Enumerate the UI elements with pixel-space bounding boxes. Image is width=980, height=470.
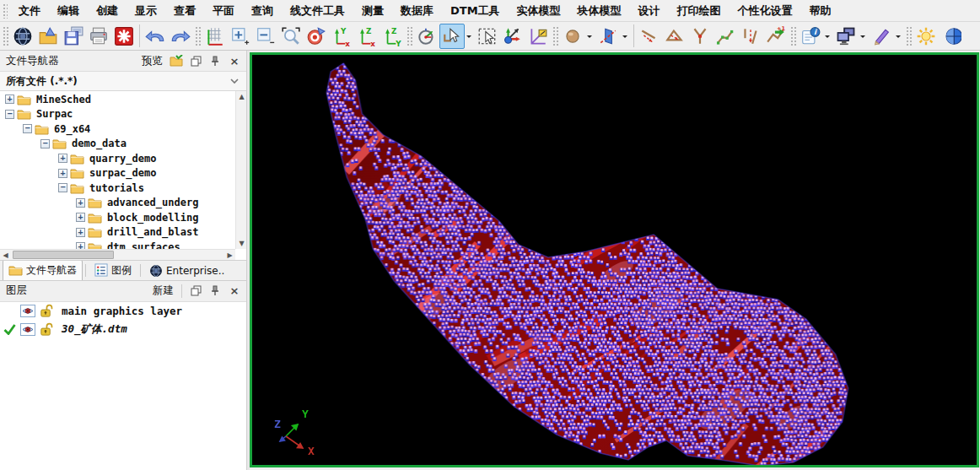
reset-graphics-button[interactable]: [111, 24, 137, 49]
layer-lock-icon[interactable]: [39, 322, 53, 337]
layer-active-check-icon[interactable]: [3, 324, 17, 335]
string-move-segment-button[interactable]: [662, 24, 687, 49]
edit-tool-button[interactable]: [869, 24, 894, 49]
tab-enterprise[interactable]: Enterprise..: [143, 261, 230, 280]
string-swap-button[interactable]: [738, 24, 763, 49]
open-file-button[interactable]: [35, 24, 61, 49]
shading-sphere-button[interactable]: [939, 24, 964, 49]
section-zx-view-button[interactable]: Zx: [354, 24, 380, 49]
tree-row-demo-data[interactable]: −demo_data: [0, 137, 235, 152]
slice-plane-button-dropdown[interactable]: [622, 35, 627, 41]
file-filter-row[interactable]: 所有文件 (.*.*): [0, 72, 246, 91]
select-mode-button-dropdown[interactable]: [466, 35, 471, 41]
tree-row-dtm-surfaces[interactable]: +dtm_surfaces: [0, 240, 235, 249]
print-button[interactable]: [86, 24, 111, 49]
select-mode-button[interactable]: [439, 24, 465, 49]
collapse-toggle[interactable]: −: [40, 139, 50, 149]
new-layer-button[interactable]: 新建: [151, 284, 175, 298]
tab-legend[interactable]: 图例: [89, 260, 137, 280]
tree-row-tutorials[interactable]: −tutorials: [0, 181, 235, 196]
view-plane-button[interactable]: [525, 24, 551, 49]
menu-item-13[interactable]: 块体模型: [569, 1, 630, 21]
scroll-up-arrow[interactable]: ▲: [236, 91, 246, 102]
edit-tool-button-dropdown[interactable]: [896, 35, 901, 41]
redo-button[interactable]: [168, 24, 193, 49]
menu-item-12[interactable]: 实体模型: [509, 1, 569, 21]
pin-layers-button[interactable]: [207, 284, 223, 299]
layer-row[interactable]: 30_矿体.dtm: [0, 321, 246, 339]
menu-item-14[interactable]: 设计: [630, 1, 669, 21]
tree-row-drill-and-blast[interactable]: +drill_and_blast: [0, 225, 235, 240]
tree-row-surpac-demo[interactable]: +surpac_demo: [0, 166, 235, 181]
render-sphere-button-dropdown[interactable]: [587, 35, 592, 41]
float-layers-button[interactable]: [188, 284, 203, 299]
collapse-toggle[interactable]: −: [23, 124, 32, 133]
expand-toggle[interactable]: +: [58, 169, 67, 178]
string-renumber-button[interactable]: +1: [763, 24, 789, 49]
display-settings-button-dropdown[interactable]: [860, 35, 865, 41]
collapse-toggle[interactable]: −: [58, 183, 67, 192]
orbit-rotate-button[interactable]: [414, 24, 439, 49]
menu-item-9[interactable]: 测量: [353, 1, 392, 21]
expand-toggle[interactable]: +: [76, 242, 85, 248]
render-sphere-button[interactable]: [560, 24, 585, 49]
tree-row-block-modelling[interactable]: +block_modelling: [0, 210, 235, 225]
expand-toggle[interactable]: +: [76, 213, 85, 222]
layer-visibility-eye-icon[interactable]: [20, 305, 35, 317]
brightness-button[interactable]: [913, 24, 939, 49]
zoom-out-button[interactable]: [253, 24, 278, 49]
menu-item-4[interactable]: 显示: [127, 1, 165, 21]
section-zy-view-button[interactable]: ZY: [380, 24, 405, 49]
display-settings-button[interactable]: [833, 24, 859, 49]
toolbar-grip[interactable]: [195, 26, 201, 46]
tree-row-surpac[interactable]: −Surpac: [0, 107, 235, 122]
menubar-grip[interactable]: [3, 3, 8, 19]
save-button[interactable]: [61, 24, 86, 49]
tree-row-advanced-underg[interactable]: +advanced_underg: [0, 196, 235, 211]
menu-item-6[interactable]: 平面: [204, 1, 243, 21]
tab-file-navigator[interactable]: 文件导航器: [3, 260, 83, 280]
menu-item-3[interactable]: 创建: [88, 1, 127, 21]
expand-toggle[interactable]: +: [76, 198, 85, 208]
string-copy-segment-button[interactable]: [637, 24, 662, 49]
properties-button-dropdown[interactable]: [825, 35, 830, 41]
preview-folder-icon[interactable]: [169, 53, 184, 68]
toolbar-grip[interactable]: [906, 26, 912, 46]
string-point-edit-button[interactable]: [713, 24, 738, 49]
menu-item-8[interactable]: 线文件工具: [282, 1, 353, 21]
close-panel-button[interactable]: ×: [227, 53, 242, 68]
string-break-button[interactable]: [687, 24, 713, 49]
pin-panel-button[interactable]: [207, 53, 223, 68]
tree-row-69-x64[interactable]: −69_x64: [0, 122, 235, 137]
box-select-button[interactable]: [475, 24, 500, 49]
zoom-data-extents-button[interactable]: [202, 24, 228, 49]
scroll-right-arrow[interactable]: ▶: [224, 250, 235, 261]
tree-row-quarry-demo[interactable]: +quarry_demo: [0, 151, 235, 166]
dtm-model-canvas[interactable]: [252, 55, 977, 465]
tree-row-minesched[interactable]: +MineSched: [0, 92, 235, 107]
zoom-in-button[interactable]: [228, 24, 253, 49]
menu-item-11[interactable]: DTM工具: [442, 1, 509, 21]
zoom-window-button[interactable]: [278, 24, 304, 49]
menu-item-7[interactable]: 查询: [243, 1, 282, 21]
plan-view-button[interactable]: Yx: [329, 24, 354, 49]
layer-row[interactable]: main graphics layer: [0, 302, 246, 321]
toolbar-grip[interactable]: [407, 26, 412, 46]
menu-item-16[interactable]: 个性化设置: [730, 1, 801, 21]
undo-button[interactable]: [143, 24, 168, 49]
tree-horizontal-scrollbar[interactable]: ◀ ▶: [0, 249, 235, 260]
preview-toggle[interactable]: 预览: [140, 54, 164, 68]
menu-item-1[interactable]: 文件: [10, 1, 49, 21]
properties-button[interactable]: i: [798, 24, 823, 49]
pan-3d-button[interactable]: [500, 24, 525, 49]
horizontal-scroll-thumb[interactable]: [13, 251, 114, 259]
scroll-left-arrow[interactable]: ◀: [0, 250, 11, 261]
float-panel-button[interactable]: [188, 53, 203, 68]
menu-item-17[interactable]: 帮助: [801, 1, 840, 21]
surpac-globe-button[interactable]: [10, 24, 35, 49]
toolbar-grip[interactable]: [790, 26, 796, 46]
expand-toggle[interactable]: +: [5, 95, 14, 104]
menu-item-5[interactable]: 查看: [165, 1, 204, 21]
close-layers-button[interactable]: ×: [227, 284, 242, 299]
slice-plane-button[interactable]: [595, 24, 621, 49]
